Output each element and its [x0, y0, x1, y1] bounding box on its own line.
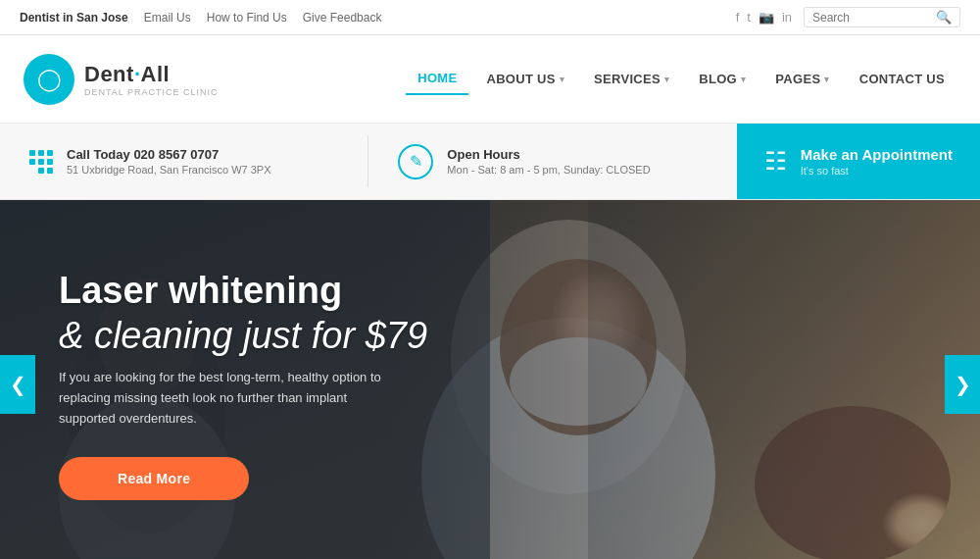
logo-name: Dent·All [84, 62, 219, 87]
hours-section: ✎ Open Hours Mon - Sat: 8 am - 5 pm, Sun… [368, 124, 736, 199]
email-us-link[interactable]: Email Us [144, 11, 191, 25]
top-bar-left: Dentist in San Jose Email Us How to Find… [20, 11, 381, 25]
main-nav: HOME ABOUT US ▾ SERVICES ▾ BLOG ▾ PAGES … [406, 63, 956, 95]
hero-content: Laser whitening & cleaning just for $79 … [0, 200, 510, 559]
nav-pages[interactable]: PAGES ▾ [763, 64, 841, 94]
logo-text: Dent·All DENTAL PRACTICE CLINIC [84, 62, 219, 97]
phone-label: Call Today 020 8567 0707 [67, 147, 271, 162]
next-slide-button[interactable]: ❯ [945, 355, 980, 414]
header: ◯ Dent·All DENTAL PRACTICE CLINIC HOME A… [0, 35, 980, 124]
hero-title-line1: Laser whitening [59, 270, 342, 311]
nav-services[interactable]: SERVICES ▾ [582, 64, 681, 94]
nav-contact[interactable]: CONTACT US [848, 64, 956, 94]
hours-detail: Mon - Sat: 8 am - 5 pm, Sunday: CLOSED [447, 164, 650, 176]
phone-info: Call Today 020 8567 0707 51 Uxbridge Roa… [67, 147, 271, 176]
arrow-right-icon: ❯ [955, 373, 971, 396]
feedback-link[interactable]: Give Feedback [303, 11, 382, 25]
appointment-text: Make an Appointment It's so fast [801, 146, 953, 177]
phone-section: Call Today 020 8567 0707 51 Uxbridge Roa… [0, 124, 368, 199]
prev-slide-button[interactable]: ❮ [0, 355, 35, 414]
nav-blog[interactable]: BLOG ▾ [687, 64, 758, 94]
appointment-label: Make an Appointment [801, 146, 953, 163]
phone-address: 51 Uxbridge Road, San Francisco W7 3PX [67, 164, 271, 176]
find-us-link[interactable]: How to Find Us [207, 11, 287, 25]
arrow-left-icon: ❮ [10, 373, 26, 396]
twitter-icon[interactable]: t [747, 10, 751, 25]
nav-about[interactable]: ABOUT US ▾ [474, 64, 576, 94]
nav-home[interactable]: HOME [406, 63, 468, 95]
phone-dots-icon [29, 150, 53, 174]
hero-section: ⚙ Laser whitening & cleaning just for $7… [0, 200, 980, 559]
search-input[interactable] [812, 11, 930, 25]
hero-title-line2: & cleaning just for $79 [59, 315, 427, 356]
read-more-button[interactable]: Read More [59, 457, 249, 500]
hero-subtitle: If you are looking for the best long-ter… [59, 368, 392, 429]
chevron-down-icon: ▾ [824, 75, 829, 84]
hours-info: Open Hours Mon - Sat: 8 am - 5 pm, Sunda… [447, 147, 650, 176]
social-icons: f t 📷 in [736, 10, 792, 25]
appointment-icon: ☷ [764, 146, 787, 177]
site-name: Dentist in San Jose [20, 11, 128, 25]
appointment-button[interactable]: ☷ Make an Appointment It's so fast [737, 124, 980, 199]
search-button[interactable]: 🔍 [936, 10, 952, 25]
chevron-down-icon: ▾ [560, 75, 564, 84]
appointment-sub: It's so fast [801, 165, 953, 177]
linkedin-icon[interactable]: in [782, 10, 792, 25]
instagram-icon[interactable]: 📷 [759, 10, 774, 25]
search-bar: 🔍 [804, 7, 960, 27]
chevron-down-icon: ▾ [741, 75, 746, 84]
chevron-down-icon: ▾ [664, 75, 669, 84]
info-bar: Call Today 020 8567 0707 51 Uxbridge Roa… [0, 124, 980, 200]
hero-title: Laser whitening & cleaning just for $79 [59, 269, 461, 358]
logo-tagline: DENTAL PRACTICE CLINIC [84, 87, 219, 97]
top-bar-right: f t 📷 in 🔍 [736, 7, 960, 27]
hours-label: Open Hours [447, 147, 650, 162]
logo-icon: ◯ [24, 54, 74, 105]
clock-icon: ✎ [398, 144, 433, 179]
top-bar: Dentist in San Jose Email Us How to Find… [0, 0, 980, 35]
logo: ◯ Dent·All DENTAL PRACTICE CLINIC [24, 54, 219, 105]
facebook-icon[interactable]: f [736, 10, 740, 25]
